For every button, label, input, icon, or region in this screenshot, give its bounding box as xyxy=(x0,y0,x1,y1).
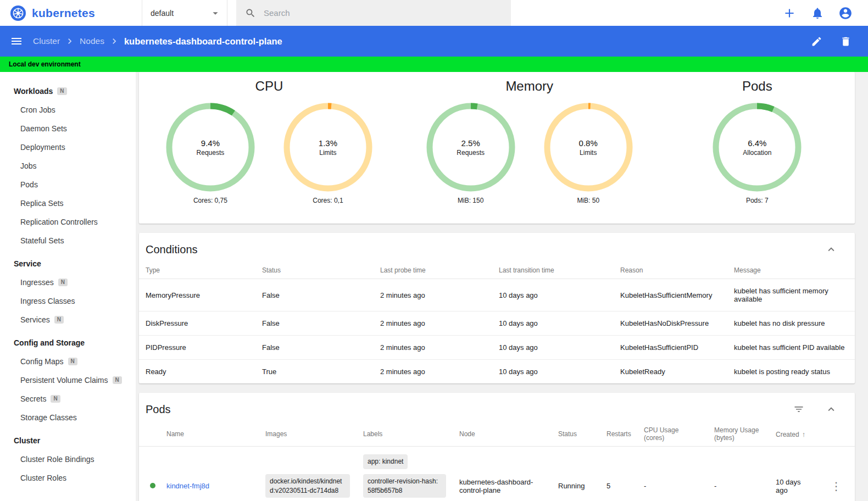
column-header-node: Node xyxy=(453,422,552,447)
donut-caption: Cores: 0,75 xyxy=(165,197,256,204)
column-header-actions xyxy=(820,422,855,447)
donut-caption: Pods: 7 xyxy=(711,197,803,204)
sidebar-item-label: Daemon Sets xyxy=(20,124,67,133)
pencil-icon xyxy=(811,36,822,47)
cell-last-transition-time: 10 days ago xyxy=(492,279,614,311)
sidebar-item-label: Pods xyxy=(20,180,38,189)
donut-ring: 0.8%Limits xyxy=(543,102,634,193)
column-header-last-probe-time: Last probe time xyxy=(374,262,492,279)
column-header-labels: Labels xyxy=(357,422,453,447)
chevron-up-icon xyxy=(825,243,837,255)
sidebar-section-workloads[interactable]: WorkloadsN xyxy=(0,82,136,101)
column-header-memory-usage-bytes: Memory Usage (bytes) xyxy=(708,422,769,447)
cell-type: PIDPressure xyxy=(139,336,255,360)
sidebar-item-label: Jobs xyxy=(20,162,37,170)
column-header-message: Message xyxy=(727,262,855,279)
filter-button[interactable] xyxy=(792,403,805,416)
app-header: kubernetes default xyxy=(0,0,868,26)
chevron-right-icon xyxy=(109,36,120,47)
sidebar-item-label: Cluster Roles xyxy=(20,474,66,482)
sidebar-item-label: Replication Controllers xyxy=(20,218,98,226)
account-button[interactable] xyxy=(837,5,854,21)
sidebar-item-label: Replica Sets xyxy=(20,199,64,208)
donut-cpu-limits: 1.3%LimitsCores: 0,1 xyxy=(282,102,374,204)
donut-center: 9.4%Requests xyxy=(165,102,256,193)
sidebar-item-cluster-role-bindings[interactable]: Cluster Role Bindings xyxy=(0,450,136,469)
home-logo-link[interactable]: kubernetes xyxy=(0,5,142,21)
table-row: PIDPressureFalse2 minutes ago10 days ago… xyxy=(139,336,855,360)
column-header-label: Labels xyxy=(363,430,382,438)
sidebar-item-cluster-roles[interactable]: Cluster Roles xyxy=(0,469,136,487)
cell-reason: KubeletHasNoDiskPressure xyxy=(614,311,727,336)
column-header-name: Name xyxy=(160,422,259,447)
donut-percentage: 0.8% xyxy=(579,138,598,148)
notifications-button[interactable] xyxy=(810,5,825,21)
sidebar-section-cluster: Cluster xyxy=(0,431,136,450)
new-badge: N xyxy=(51,395,60,403)
cell-status: False xyxy=(255,279,374,311)
sidebar-item-jobs[interactable]: Jobs xyxy=(0,157,136,175)
pod-cpu-usage: - xyxy=(637,447,708,501)
sidebar-item-label: Cluster Role Bindings xyxy=(20,455,94,464)
search-bar[interactable] xyxy=(236,0,511,26)
sidebar-item-config-maps[interactable]: Config MapsN xyxy=(0,352,136,371)
breadcrumb-link-nodes[interactable]: Nodes xyxy=(80,36,104,46)
sidebar-item-stateful-sets[interactable]: Stateful Sets xyxy=(0,231,136,250)
dropdown-arrow-icon xyxy=(209,7,221,19)
menu-button[interactable] xyxy=(9,34,24,49)
donut-caption: MiB: 50 xyxy=(543,197,634,204)
conditions-header-row: TypeStatusLast probe timeLast transition… xyxy=(139,262,855,279)
sidebar-item-secrets[interactable]: SecretsN xyxy=(0,389,136,408)
edit-button[interactable] xyxy=(810,35,824,48)
sidebar-section-label: Workloads xyxy=(14,87,53,96)
collapse-pods-button[interactable] xyxy=(824,402,838,416)
donut-metric-label: Allocation xyxy=(743,149,771,157)
donut-metric-label: Limits xyxy=(319,149,336,157)
column-header-reason: Reason xyxy=(614,262,727,279)
sidebar-item-pods[interactable]: Pods xyxy=(0,175,136,194)
column-header-created[interactable]: Created↑ xyxy=(769,422,820,447)
table-row: ReadyTrue2 minutes ago10 days agoKubelet… xyxy=(139,360,855,384)
sidebar-item-persistent-volume-claims[interactable]: Persistent Volume ClaimsN xyxy=(0,371,136,389)
cell-message: kubelet is posting ready status xyxy=(727,360,855,384)
column-header-status-dot xyxy=(139,422,160,447)
more-options-button[interactable]: ⋮ xyxy=(826,478,846,494)
namespace-selector[interactable]: default xyxy=(142,0,227,26)
breadcrumb-link-cluster[interactable]: Cluster xyxy=(33,36,60,46)
create-resource-button[interactable] xyxy=(781,5,798,21)
collapse-conditions-button[interactable] xyxy=(824,242,838,257)
donut-percentage: 2.5% xyxy=(461,138,480,148)
allocation-groups: CPU9.4%RequestsCores: 0,751.3%LimitsCore… xyxy=(139,79,855,204)
sidebar-item-storage-classes[interactable]: Storage Classes xyxy=(0,408,136,427)
column-header-type: Type xyxy=(139,262,255,279)
sort-ascending-icon: ↑ xyxy=(802,430,806,438)
search-input[interactable] xyxy=(264,8,502,18)
sidebar-item-daemon-sets[interactable]: Daemon Sets xyxy=(0,119,136,138)
delete-button[interactable] xyxy=(839,35,853,48)
new-badge: N xyxy=(57,87,66,95)
sidebar-item-replica-sets[interactable]: Replica Sets xyxy=(0,194,136,213)
conditions-header: Conditions xyxy=(139,233,855,262)
conditions-title: Conditions xyxy=(146,243,198,256)
sidebar-item-deployments[interactable]: Deployments xyxy=(0,138,136,157)
image-chip: docker.io/kindest/kindnetd:v20230511-dc7… xyxy=(265,474,350,498)
pod-name-link[interactable]: kindnet-fmj8d xyxy=(166,482,209,490)
sidebar-item-cron-jobs[interactable]: Cron Jobs xyxy=(0,101,136,119)
donut-percentage: 6.4% xyxy=(748,138,766,148)
sidebar-section-config-and-storage: Config and Storage xyxy=(0,333,136,352)
column-header-last-transition-time: Last transition time xyxy=(492,262,614,279)
sidebar-item-services[interactable]: ServicesN xyxy=(0,310,136,329)
hamburger-icon xyxy=(10,35,23,48)
sidebar-item-ingress-classes[interactable]: Ingress Classes xyxy=(0,292,136,310)
pods-header-row: NameImagesLabelsNodeStatusRestartsCPU Us… xyxy=(139,422,855,447)
cell-last-probe-time: 2 minutes ago xyxy=(374,360,492,384)
cell-last-transition-time: 10 days ago xyxy=(492,360,614,384)
sidebar-item-label: Ingresses xyxy=(20,278,54,287)
sidebar-item-replication-controllers[interactable]: Replication Controllers xyxy=(0,213,136,231)
allocation-group-memory: Memory2.5%RequestsMiB: 1500.8%LimitsMiB:… xyxy=(399,79,660,204)
new-badge: N xyxy=(54,316,64,324)
namespace-value: default xyxy=(151,9,174,18)
sidebar-item-ingresses[interactable]: IngressesN xyxy=(0,273,136,292)
allocation-card: CPU9.4%RequestsCores: 0,751.3%LimitsCore… xyxy=(139,72,855,224)
donut-center: 6.4%Allocation xyxy=(711,102,803,193)
